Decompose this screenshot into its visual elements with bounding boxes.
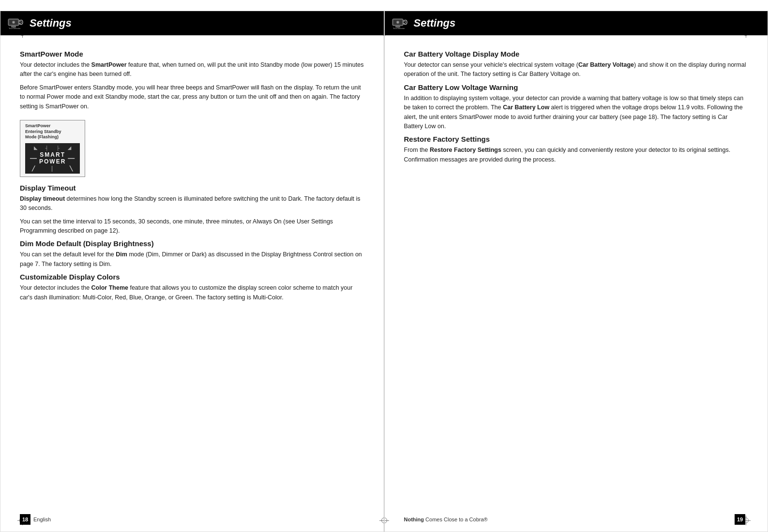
left-footer-text: English [33,517,51,522]
display-timeout-body-1: Display timeout determines how long the … [20,194,364,213]
section-car-battery-voltage: Car Battery Voltage Display Mode Your de… [404,50,749,79]
dash-left: — [30,154,37,162]
svg-point-3 [13,22,15,23]
section-dim-mode: Dim Mode Default (Display Brightness) Yo… [20,239,364,269]
left-content: SmartPower Mode Your detector includes t… [20,44,364,302]
right-footer-text: Nothing Comes Close to a Cobra® [404,517,488,522]
tick-b2: │ [51,166,54,171]
detector-svg-right: Your Detector [391,14,409,32]
tick-ml: ┤ [45,146,48,150]
smartpower-screen: ◣ ┤ ├ ◢ — SMARTPOWER — ╱ [25,143,80,174]
page-right: Your Detector Settings Car Battery Volta… [384,11,768,532]
svg-point-9 [397,22,398,23]
right-footer: Nothing Comes Close to a Cobra® 19 [385,514,768,525]
section-restore-factory: Restore Factory Settings From the Restor… [404,135,749,164]
right-page-num: 19 [735,514,745,525]
detector-icon-left: Your Detector [6,14,25,32]
smartpower-display-label: SmartPowerEntering StandbyMode (Flashing… [25,123,80,140]
smartpower-display-box: SmartPowerEntering StandbyMode (Flashing… [20,120,85,177]
section-customizable-colors: Customizable Display Colors Your detecto… [20,273,364,302]
car-battery-voltage-body: Your detector can sense your vehicle's e… [404,60,749,79]
section-display-timeout: Display Timeout Display timeout determin… [20,184,364,236]
right-content: Car Battery Voltage Display Mode Your de… [404,44,749,164]
left-footer: 18 English [0,514,384,525]
right-footer-right: 19 [735,514,748,525]
customizable-colors-body: Your detector includes the Color Theme f… [20,283,364,302]
smartpower-display-text: SMARTPOWER [39,151,66,165]
tick-mr: ├ [56,146,60,150]
right-header: Your Detector Settings [385,11,768,35]
right-header-title: Settings [414,17,456,30]
car-battery-low-title: Car Battery Low Voltage Warning [404,83,749,91]
tick-b1: ╱ [32,166,35,171]
section-smartpower: SmartPower Mode Your detector includes t… [20,50,364,182]
tick-marks-bottom: ╱ │ ╲ [30,166,75,171]
spread: Your Detector Settings SmartPower Mode Y… [0,11,768,532]
detector-svg-left: Your Detector [6,14,25,32]
tick-right: ◢ [68,146,72,150]
page-container: Spreads.qxd 11/9/07 12:19 PM Page 18 [0,11,768,532]
tick-b3: ╲ [70,166,73,171]
svg-text:Your Detector: Your Detector [9,27,21,30]
car-battery-low-body: In addition to displaying system voltage… [404,94,749,132]
dim-mode-body: You can set the default level for the Di… [20,250,364,269]
dash-right: — [68,154,75,162]
restore-factory-title: Restore Factory Settings [404,135,749,143]
customizable-colors-title: Customizable Display Colors [20,273,364,281]
tick-left: ◣ [34,146,38,150]
left-page-num: 18 [20,514,30,525]
detector-icon-right: Your Detector [391,14,409,32]
svg-text:Your Detector: Your Detector [393,27,405,30]
smartpower-body-2: Before SmartPower enters Standby mode, y… [20,83,364,111]
display-timeout-title: Display Timeout [20,184,364,192]
smartpower-dashes: — SMARTPOWER — [30,151,75,165]
smartpower-body-1: Your detector includes the SmartPower fe… [20,60,364,79]
display-timeout-body-2: You can set the time interval to 15 seco… [20,217,364,236]
restore-factory-body: From the Restore Factory Settings screen… [404,146,749,164]
car-battery-voltage-title: Car Battery Voltage Display Mode [404,50,749,58]
left-header: Your Detector Settings [0,11,384,35]
section-car-battery-low: Car Battery Low Voltage Warning In addit… [404,83,749,132]
smartpower-title: SmartPower Mode [20,50,364,58]
page-left: Your Detector Settings SmartPower Mode Y… [0,11,384,532]
left-header-title: Settings [30,17,72,30]
dim-mode-title: Dim Mode Default (Display Brightness) [20,239,364,248]
